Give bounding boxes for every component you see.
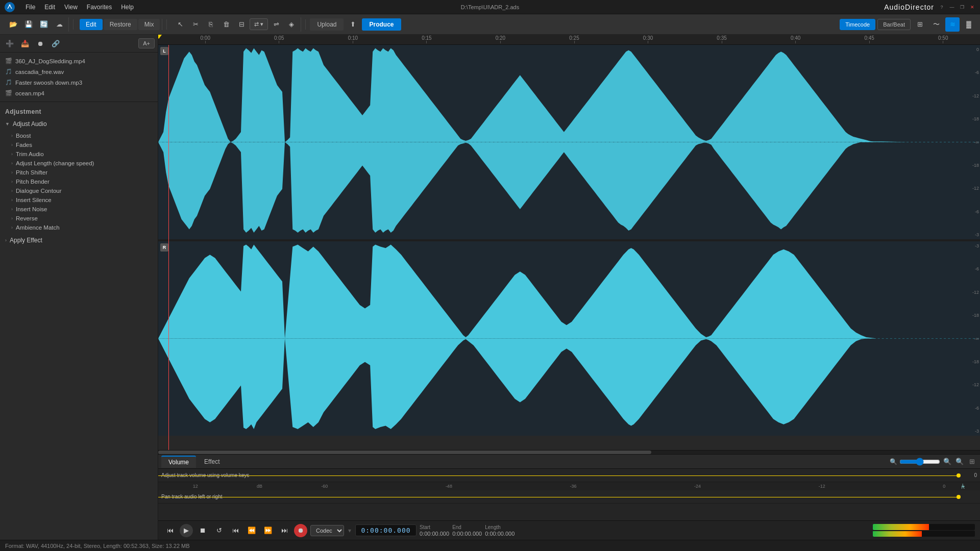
ruler-mark-2: 0:10 [316, 35, 390, 43]
codec-selector[interactable]: Codec [310, 525, 344, 536]
chevron-right-icon: › [11, 152, 13, 157]
close-button[interactable]: ✕ [969, 4, 976, 11]
volume-track-dot-1[interactable] [957, 473, 961, 478]
timeline-scroll-thumb[interactable] [158, 450, 651, 454]
maximize-button[interactable]: ❐ [959, 4, 966, 11]
link-button[interactable]: 🔗 [49, 37, 62, 50]
menu-file[interactable]: File [21, 2, 39, 12]
file-item[interactable]: 🎬 ocean.mp4 [0, 88, 158, 98]
timeline-scrollbar[interactable] [158, 450, 980, 454]
record-button[interactable]: ⏺ [34, 37, 47, 50]
cut-button[interactable]: ✂ [188, 17, 203, 32]
import-button[interactable]: 📥 [18, 37, 32, 50]
boost-item[interactable]: › Boost [0, 131, 158, 140]
playhead-triangle [158, 35, 162, 39]
apply-effect-section: › Apply Effect [0, 235, 158, 246]
barbeat-view-button[interactable]: Bar/Beat [877, 19, 911, 30]
open-button[interactable]: 📂 [6, 17, 20, 32]
restore-mode-button[interactable]: Restore [104, 19, 137, 30]
volume-track-line-2 [158, 497, 960, 497]
insert-noise-label: Insert Noise [16, 206, 47, 212]
sync-button[interactable]: 🔄 [37, 17, 51, 32]
volume-track-1[interactable]: Adjust track volume using volume keys 0 [158, 469, 980, 482]
volume-track-dot-2[interactable] [957, 495, 961, 499]
flip-button[interactable]: ⇌ [269, 17, 283, 32]
waveform-button[interactable]: 〜 [929, 17, 943, 32]
pitch-bender-item[interactable]: › Pitch Bender [0, 177, 158, 186]
select-tool-button[interactable]: ↖ [173, 17, 187, 32]
status-text: Format: WAV, 44100Hz, 24-bit, Stereo, Le… [5, 543, 190, 549]
cloud-button[interactable]: ☁ [52, 17, 66, 32]
file-item[interactable]: 🎵 cascadia_free.wav [0, 66, 158, 77]
export-button[interactable]: ⬆ [346, 17, 360, 32]
timecode-view-button[interactable]: Timecode [840, 19, 875, 30]
zoom-fit-button[interactable]: ⊞ [967, 457, 977, 467]
file-name: 360_AJ_DogSledding.mp4 [15, 58, 85, 64]
tab-volume[interactable]: Volume [161, 456, 196, 468]
zoom-slider[interactable] [899, 458, 940, 466]
insert-noise-item[interactable]: › Insert Noise [0, 205, 158, 214]
svg-point-0 [5, 2, 15, 12]
menu-help[interactable]: Help [117, 2, 138, 12]
transform-dropdown[interactable]: ⇄ ▾ [250, 18, 268, 30]
trim-audio-item[interactable]: › Trim Audio [0, 149, 158, 159]
volume-track-2[interactable]: Pan track audio left or right [158, 490, 980, 504]
trim-button[interactable]: ⊟ [234, 17, 249, 32]
ruler-mark-3: 0:15 [390, 35, 464, 43]
chevron-right-icon: › [11, 133, 13, 138]
record-button[interactable]: ⏺ [294, 524, 307, 537]
ambience-match-item[interactable]: › Ambience Match [0, 223, 158, 232]
waveform-tracks[interactable]: L 0 [158, 45, 980, 450]
rewind-button[interactable]: ⏪ [245, 524, 258, 537]
reverse-item[interactable]: › Reverse [0, 214, 158, 223]
minimize-button[interactable]: — [948, 4, 955, 11]
timeline-ruler[interactable]: 0:00 0:05 0:10 0:15 0:20 0:25 0:30 0:35 … [158, 35, 980, 45]
normalize-button[interactable]: ◈ [284, 17, 299, 32]
adjustment-title: Adjustment [0, 105, 158, 118]
dialogue-contour-item[interactable]: › Dialogue Contour [0, 186, 158, 195]
play-button[interactable]: ▶ [180, 524, 193, 537]
next-marker-button[interactable]: ⏭ [278, 524, 291, 537]
font-size-button[interactable]: A+ [138, 38, 155, 48]
upload-button[interactable]: Upload [310, 18, 344, 31]
adjustment-scroll[interactable]: Adjustment ▼ Adjust Audio › Boost › Fad [0, 102, 158, 540]
zoom-out-button[interactable]: 🔍 [942, 457, 952, 467]
dialogue-contour-label: Dialogue Contour [16, 188, 62, 194]
copy-button[interactable]: ⎘ [204, 17, 218, 32]
loop-button[interactable]: ↺ [212, 524, 226, 537]
file-item[interactable]: 🎬 360_AJ_DogSledding.mp4 [0, 56, 158, 66]
delete-button[interactable]: 🗑 [219, 17, 233, 32]
help-button[interactable]: ? [938, 4, 945, 11]
pitch-shifter-item[interactable]: › Pitch Shifter [0, 168, 158, 177]
insert-silence-item[interactable]: › Insert Silence [0, 195, 158, 205]
spectrum-button[interactable]: ≋ [945, 17, 960, 32]
skip-start-button[interactable]: ⏮ [163, 524, 177, 537]
apply-effect-header[interactable]: › Apply Effect [0, 235, 158, 246]
ruler-marks: 0:00 0:05 0:10 0:15 0:20 0:25 0:30 0:35 … [158, 35, 980, 43]
adjust-audio-header[interactable]: ▼ Adjust Audio [0, 118, 158, 130]
menu-view[interactable]: View [60, 2, 82, 12]
adjust-audio-label: Adjust Audio [13, 120, 47, 128]
produce-button[interactable]: Produce [362, 18, 401, 31]
prev-marker-button[interactable]: ⏮ [229, 524, 242, 537]
volume-value-1: 0 [974, 472, 977, 478]
save-button[interactable]: 💾 [21, 17, 36, 32]
adjust-length-item[interactable]: › Adjust Length (change speed) [0, 159, 158, 168]
bottom-panel: Volume Effect 🔍 🔍 🔍 ⊞ Adjust track volum… [158, 454, 980, 520]
titlebar-right: AudioDirector ? — ❐ ✕ [884, 3, 976, 11]
add-file-button[interactable]: ➕ [3, 37, 16, 50]
mix-mode-button[interactable]: Mix [138, 19, 160, 30]
toolbar-separator-1 [73, 19, 74, 30]
fades-item[interactable]: › Fades [0, 140, 158, 149]
spectrum2-button[interactable]: ▓ [962, 17, 976, 32]
menu-edit[interactable]: Edit [40, 2, 59, 12]
monitor-button[interactable]: ⊞ [913, 17, 927, 32]
stop-button[interactable]: ⏹ [196, 524, 209, 537]
edit-mode-button[interactable]: Edit [80, 19, 103, 30]
file-item[interactable]: 🎵 Faster swoosh down.mp3 [0, 77, 158, 88]
zoom-in-button[interactable]: 🔍 [954, 457, 965, 467]
tab-effect[interactable]: Effect [197, 456, 227, 467]
menu-favorites[interactable]: Favorites [83, 2, 116, 12]
waveform-area: 0:00 0:05 0:10 0:15 0:20 0:25 0:30 0:35 … [158, 35, 980, 540]
fastforward-button[interactable]: ⏩ [261, 524, 275, 537]
